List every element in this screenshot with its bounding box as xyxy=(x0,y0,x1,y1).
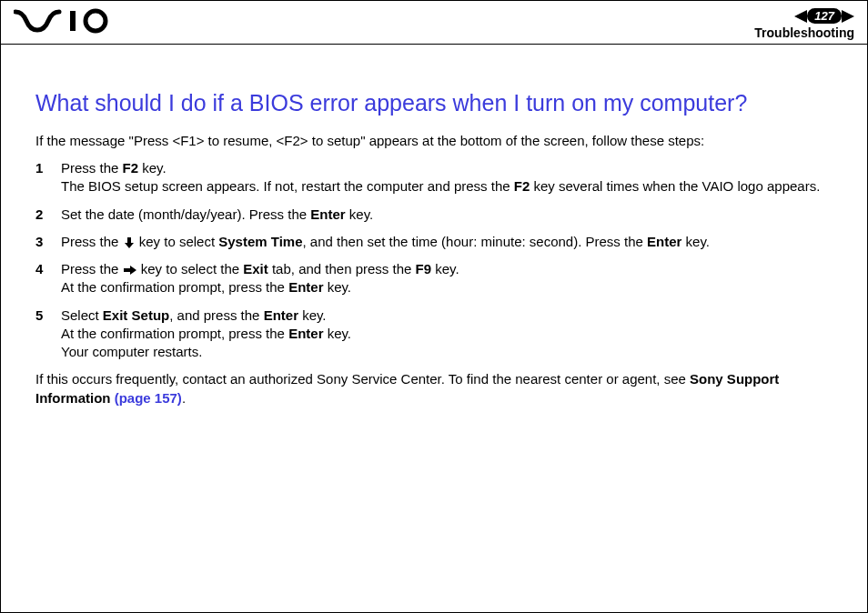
step-text: Your computer restarts. xyxy=(61,344,202,359)
key-name: Exit Setup xyxy=(103,307,169,323)
svg-point-1 xyxy=(86,11,106,31)
step-item: 5 Select Exit Setup, and press the Enter… xyxy=(35,306,833,362)
section-label: Troubleshooting xyxy=(754,25,854,40)
step-number: 5 xyxy=(35,306,61,325)
key-name: Enter xyxy=(310,206,345,222)
prev-page-arrow-icon[interactable] xyxy=(794,10,807,23)
step-item: 3 Press the key to select System Time, a… xyxy=(35,233,833,251)
step-number: 1 xyxy=(35,159,61,177)
step-text: key. xyxy=(323,326,351,341)
step-text: , and press the xyxy=(169,307,263,323)
svg-rect-0 xyxy=(70,11,76,31)
step-body: Set the date (month/day/year). Press the… xyxy=(61,206,833,224)
footer-text: If this occurs frequently, contact an au… xyxy=(35,370,833,407)
step-number: 4 xyxy=(35,260,61,278)
vaio-logo xyxy=(14,8,114,40)
svg-rect-4 xyxy=(124,268,130,272)
footer-segment: If this occurs frequently, contact an au… xyxy=(35,371,690,387)
svg-marker-3 xyxy=(125,243,134,248)
key-name: Enter xyxy=(647,234,681,249)
step-text: Press the xyxy=(61,234,123,249)
page-header: 127 Troubleshooting xyxy=(1,1,867,45)
arrow-right-icon xyxy=(123,265,137,276)
step-text: key. xyxy=(138,160,167,176)
svg-marker-5 xyxy=(130,266,136,275)
step-text: key to select the xyxy=(137,261,244,276)
key-name: F2 xyxy=(123,160,139,176)
step-item: 2 Set the date (month/day/year). Press t… xyxy=(35,206,833,224)
steps-list: 1 Press the F2 key. The BIOS setup scree… xyxy=(35,159,833,361)
page-nav: 127 xyxy=(794,8,854,24)
step-text: key to select xyxy=(136,234,219,249)
step-text: tab, and then press the xyxy=(268,261,416,276)
step-number: 2 xyxy=(35,206,61,224)
next-page-arrow-icon[interactable] xyxy=(842,10,854,23)
key-name: F2 xyxy=(514,178,530,194)
step-text: Set the date (month/day/year). Press the xyxy=(61,206,310,222)
page-number: 127 xyxy=(807,8,842,24)
step-text: , and then set the time (hour: minute: s… xyxy=(303,234,648,249)
step-text: Press the xyxy=(61,160,123,176)
footer-segment: . xyxy=(182,390,186,406)
key-name: System Time xyxy=(218,234,302,249)
key-name: Enter xyxy=(264,307,298,323)
step-text: The BIOS setup screen appears. If not, r… xyxy=(61,178,514,194)
step-text: At the confirmation prompt, press the xyxy=(61,279,288,295)
step-text: key. xyxy=(298,307,327,323)
header-right: 127 Troubleshooting xyxy=(754,8,854,40)
step-text: Select xyxy=(61,307,103,323)
step-text: key several times when the VAIO logo app… xyxy=(530,178,820,194)
step-item: 1 Press the F2 key. The BIOS setup scree… xyxy=(35,159,833,196)
intro-text: If the message "Press <F1> to resume, <F… xyxy=(35,132,833,150)
step-text: key. xyxy=(346,206,374,222)
arrow-down-icon xyxy=(123,236,136,249)
step-number: 3 xyxy=(35,233,61,251)
page-title: What should I do if a BIOS error appears… xyxy=(35,88,833,119)
step-body: Press the key to select System Time, and… xyxy=(61,233,833,251)
step-body: Select Exit Setup, and press the Enter k… xyxy=(61,306,833,362)
step-text: key. xyxy=(431,261,459,276)
svg-rect-2 xyxy=(127,237,131,243)
step-text: key. xyxy=(681,234,710,249)
step-item: 4 Press the key to select the Exit tab, … xyxy=(35,260,833,297)
page-content: What should I do if a BIOS error appears… xyxy=(1,45,867,407)
key-name: Enter xyxy=(288,279,323,295)
key-name: Exit xyxy=(243,261,268,276)
key-name: F9 xyxy=(416,261,432,276)
key-name: Enter xyxy=(288,326,323,341)
page-link[interactable]: (page 157) xyxy=(115,390,182,406)
step-text: At the confirmation prompt, press the xyxy=(61,326,288,341)
step-text: Press the xyxy=(61,261,123,276)
step-body: Press the F2 key. The BIOS setup screen … xyxy=(61,159,833,196)
step-text: key. xyxy=(323,279,351,295)
step-body: Press the key to select the Exit tab, an… xyxy=(61,260,833,297)
